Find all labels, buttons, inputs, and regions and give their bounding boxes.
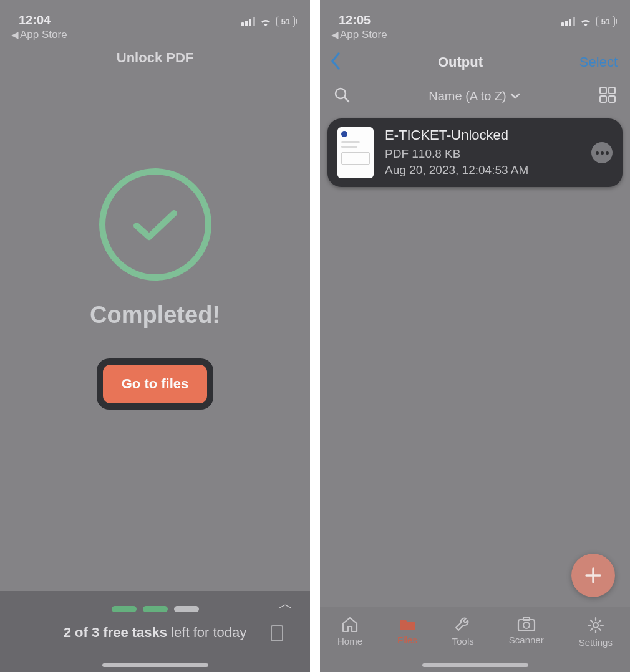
tab-home[interactable]: Home <box>337 616 362 646</box>
home-indicator[interactable] <box>102 663 208 667</box>
svg-point-13 <box>593 623 598 628</box>
svg-rect-0 <box>271 626 283 641</box>
back-chevron-icon[interactable] <box>330 52 341 72</box>
battery-icon: 51 <box>276 16 295 27</box>
back-to-appstore[interactable]: ◀ App Store <box>320 29 630 46</box>
success-check-icon <box>99 168 211 281</box>
tab-label: Home <box>337 636 362 646</box>
svg-line-2 <box>344 97 349 102</box>
home-icon <box>341 616 359 633</box>
completion-block: Completed! Go to files <box>0 168 310 410</box>
tab-bar: Home Files Tools Scanner Settings <box>320 607 630 672</box>
gear-icon <box>586 616 605 635</box>
tasks-remaining-text: 2 of 3 free tasks left for today <box>64 625 247 641</box>
file-name: E-TICKET-Unlocked <box>385 127 580 143</box>
task-progress-pills <box>112 606 199 612</box>
folder-icon <box>398 616 417 632</box>
tab-tools[interactable]: Tools <box>452 616 474 646</box>
tab-label: Tools <box>452 636 474 646</box>
document-icon <box>270 625 284 645</box>
chevron-up-icon[interactable]: ︿ <box>279 595 293 613</box>
svg-rect-12 <box>523 617 530 620</box>
status-bar: 12:05 51 <box>320 0 630 29</box>
back-caret-icon: ◀ <box>331 29 339 41</box>
grid-view-icon[interactable] <box>599 86 616 106</box>
svg-rect-4 <box>609 87 615 94</box>
plus-icon <box>583 565 604 586</box>
home-indicator[interactable] <box>422 663 528 667</box>
battery-icon: 51 <box>596 16 615 27</box>
cellular-icon <box>561 17 575 26</box>
file-more-button[interactable] <box>591 142 613 163</box>
svg-rect-10 <box>518 620 535 631</box>
cellular-icon <box>241 17 255 26</box>
camera-icon <box>516 616 536 632</box>
status-time: 12:04 <box>19 13 51 27</box>
pill-done <box>143 606 168 612</box>
nav-bar: Output Select <box>320 46 630 72</box>
page-title: Unlock PDF <box>0 50 310 66</box>
svg-rect-5 <box>600 96 606 102</box>
chevron-down-icon <box>510 93 520 99</box>
tab-settings[interactable]: Settings <box>579 616 613 648</box>
tab-label: Settings <box>579 637 613 648</box>
list-toolbar: Name (A to Z) <box>320 72 630 106</box>
add-fab-button[interactable] <box>571 554 615 597</box>
file-type-size: PDF 110.8 KB <box>385 146 580 162</box>
tab-label: Files <box>397 635 417 645</box>
tasks-count: 2 of 3 free tasks <box>64 625 167 640</box>
file-row[interactable]: E-TICKET-Unlocked PDF 110.8 KB Aug 20, 2… <box>327 118 623 187</box>
tasks-suffix: left for today <box>167 625 246 640</box>
nav-title: Output <box>438 54 483 70</box>
wifi-icon <box>259 17 273 27</box>
tab-scanner[interactable]: Scanner <box>509 616 544 645</box>
bottom-promo-panel[interactable]: ︿ 2 of 3 free tasks left for today <box>0 591 310 672</box>
svg-point-11 <box>523 622 530 628</box>
svg-rect-6 <box>609 96 615 102</box>
pill-done <box>112 606 137 612</box>
status-time: 12:05 <box>339 13 371 27</box>
file-thumbnail <box>337 127 374 178</box>
status-bar: 12:04 51 <box>0 0 310 29</box>
select-button[interactable]: Select <box>579 54 618 70</box>
pill-remaining <box>174 606 199 612</box>
back-app-label: App Store <box>340 29 387 41</box>
completed-label: Completed! <box>90 302 220 329</box>
sort-dropdown[interactable]: Name (A to Z) <box>429 89 520 103</box>
svg-rect-3 <box>600 87 606 94</box>
back-caret-icon: ◀ <box>11 29 19 41</box>
status-right: 51 <box>561 16 615 27</box>
screen-output-files: 12:05 51 ◀ App Store Output Select Name … <box>320 0 630 672</box>
wifi-icon <box>579 17 593 27</box>
wrench-icon <box>453 616 472 633</box>
tab-files[interactable]: Files <box>397 616 417 645</box>
file-date: Aug 20, 2023, 12:04:53 AM <box>385 162 580 178</box>
go-to-files-highlight: Go to files <box>97 358 214 410</box>
back-to-appstore[interactable]: ◀ App Store <box>0 29 310 46</box>
go-to-files-button[interactable]: Go to files <box>103 365 208 403</box>
tab-label: Scanner <box>509 635 544 645</box>
status-right: 51 <box>241 16 295 27</box>
search-icon[interactable] <box>334 87 350 105</box>
svg-rect-9 <box>400 623 415 630</box>
file-info: E-TICKET-Unlocked PDF 110.8 KB Aug 20, 2… <box>385 127 580 178</box>
screen-unlock-complete: 12:04 51 ◀ App Store Unlock PDF Complete… <box>0 0 310 672</box>
sort-label: Name (A to Z) <box>429 89 506 103</box>
back-app-label: App Store <box>20 29 67 41</box>
